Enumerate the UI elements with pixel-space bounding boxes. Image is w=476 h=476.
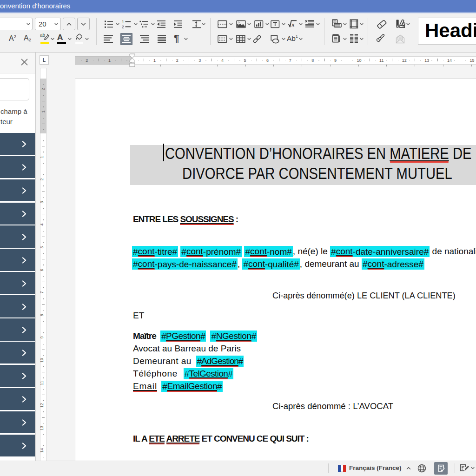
svg-text:1: 1 (122, 20, 124, 24)
svg-text:2: 2 (122, 25, 124, 29)
svg-text:x: x (291, 21, 295, 28)
